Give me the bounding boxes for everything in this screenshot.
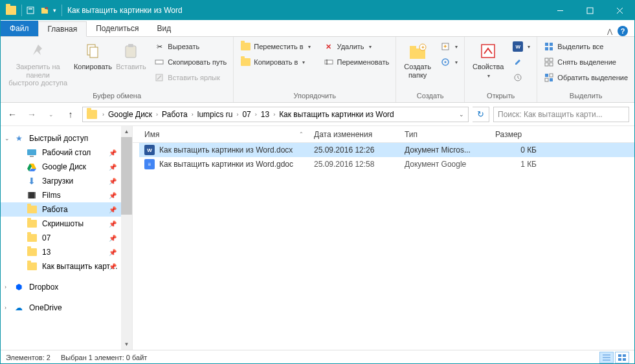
word-icon: W bbox=[513, 41, 523, 52]
history-icon bbox=[513, 72, 523, 83]
crumb-sep[interactable]: › bbox=[252, 111, 260, 118]
col-name[interactable]: Имя⌃ bbox=[139, 130, 309, 139]
tab-view[interactable]: Вид bbox=[148, 21, 180, 36]
qat-dropdown-icon[interactable]: ▾ bbox=[53, 7, 56, 14]
view-details-button[interactable] bbox=[599, 352, 614, 363]
crumb-sep[interactable]: › bbox=[234, 111, 241, 118]
svg-rect-33 bbox=[550, 63, 553, 66]
search-input[interactable] bbox=[498, 110, 625, 119]
view-thumbnails-button[interactable] bbox=[615, 352, 629, 363]
sidebar-quick-access[interactable]: ⌄ ★ Быстрый доступ bbox=[1, 131, 132, 145]
open-with-button[interactable]: W▾ bbox=[510, 39, 533, 54]
file-row[interactable]: ≡Как вытащить картинки из Word.gdoc 25.0… bbox=[139, 157, 634, 171]
copy-button[interactable]: Копировать bbox=[72, 39, 113, 72]
paste-shortcut-button[interactable]: Вставить ярлык bbox=[151, 70, 229, 85]
paste-button[interactable]: Вставить bbox=[115, 39, 148, 72]
crumb[interactable]: 07 bbox=[241, 110, 252, 119]
cut-button[interactable]: ✂Вырезать bbox=[151, 39, 229, 54]
expand-icon[interactable]: › bbox=[5, 305, 6, 311]
move-to-button[interactable]: Переместить в▾ bbox=[238, 39, 313, 54]
sidebar-item-img[interactable]: Как вытащить картинки📌 bbox=[1, 259, 132, 273]
sidebar-item-screenshots[interactable]: Скриншоты📌 bbox=[1, 217, 132, 231]
tab-file[interactable]: Файл bbox=[1, 21, 38, 36]
easy-access-button[interactable]: ▾ bbox=[438, 55, 460, 69]
column-headers: Имя⌃ Дата изменения Тип Размер bbox=[133, 126, 634, 143]
refresh-button[interactable]: ↻ bbox=[473, 107, 489, 122]
edit-button[interactable] bbox=[510, 55, 533, 69]
svg-rect-48 bbox=[618, 358, 621, 361]
history-button[interactable] bbox=[510, 70, 533, 85]
address-dropdown-icon[interactable]: ⌄ bbox=[459, 111, 464, 118]
sidebar-dropbox[interactable]: ›⬢Dropbox bbox=[1, 280, 132, 294]
crumb[interactable]: Работа bbox=[161, 110, 189, 119]
search-box[interactable] bbox=[493, 107, 629, 122]
expand-icon[interactable]: › bbox=[5, 284, 6, 290]
crumb-sep[interactable]: › bbox=[100, 111, 107, 118]
col-size[interactable]: Размер bbox=[490, 130, 542, 139]
tab-home[interactable]: Главная bbox=[38, 21, 87, 37]
sidebar-item-gdrive[interactable]: Google Диск📌 bbox=[1, 160, 132, 174]
group-clipboard: Закрепить на панели быстрого доступа Коп… bbox=[1, 37, 234, 102]
app-folder-icon bbox=[6, 6, 16, 15]
address-bar[interactable]: › Google Диск › Работа › lumpics ru › 07… bbox=[82, 107, 469, 122]
crumb[interactable]: lumpics ru bbox=[196, 110, 234, 119]
edit-icon bbox=[513, 57, 523, 67]
back-button[interactable]: ← bbox=[5, 107, 20, 122]
crumb-sep[interactable]: › bbox=[153, 111, 161, 118]
maximize-button[interactable] bbox=[575, 1, 605, 20]
svg-rect-26 bbox=[545, 43, 548, 46]
qat-new-folder-icon[interactable] bbox=[39, 5, 50, 16]
crumb[interactable]: Google Диск bbox=[107, 110, 153, 119]
sidebar-item-13[interactable]: 13📌 bbox=[1, 245, 132, 259]
qat-properties-icon[interactable] bbox=[25, 5, 36, 16]
close-button[interactable] bbox=[605, 1, 634, 20]
invert-icon bbox=[544, 72, 554, 83]
sidebar: ⌄ ★ Быстрый доступ Рабочий стол📌 Google … bbox=[1, 126, 133, 350]
select-none-button[interactable]: Снять выделение bbox=[541, 55, 630, 69]
minimize-button[interactable] bbox=[545, 1, 575, 20]
minimize-ribbon-icon[interactable]: ⋀ bbox=[607, 28, 612, 35]
crumb[interactable]: 13 bbox=[260, 110, 271, 119]
scroll-up-icon[interactable]: ▲ bbox=[121, 126, 132, 137]
file-row[interactable]: WКак вытащить картинки из Word.docx 25.0… bbox=[139, 143, 634, 157]
select-all-button[interactable]: Выделить все bbox=[541, 39, 630, 54]
sidebar-item-07[interactable]: 07📌 bbox=[1, 231, 132, 245]
col-type[interactable]: Тип bbox=[399, 130, 490, 139]
pin-icon bbox=[28, 41, 49, 61]
sidebar-item-work[interactable]: Работа📌 bbox=[1, 202, 132, 217]
col-date[interactable]: Дата изменения bbox=[309, 130, 399, 139]
crumb-sep[interactable]: › bbox=[189, 111, 196, 118]
sidebar-item-downloads[interactable]: ⬇Загрузки📌 bbox=[1, 174, 132, 188]
sidebar-onedrive[interactable]: ›☁OneDrive bbox=[1, 301, 132, 315]
quick-access-toolbar bbox=[25, 5, 50, 16]
scroll-down-icon[interactable]: ▼ bbox=[121, 339, 132, 350]
up-button[interactable]: ↑ bbox=[63, 107, 78, 122]
sidebar-scrollbar[interactable]: ▲ ▼ bbox=[121, 126, 132, 350]
group-select: Выделить все Снять выделение Обратить вы… bbox=[537, 37, 634, 102]
scroll-thumb[interactable] bbox=[121, 137, 132, 215]
gdoc-icon: ≡ bbox=[144, 159, 155, 169]
properties-button[interactable]: Свойства▾ bbox=[469, 39, 507, 80]
svg-rect-36 bbox=[545, 78, 548, 81]
delete-button[interactable]: ✕Удалить▾ bbox=[321, 39, 392, 54]
crumb-sep[interactable]: › bbox=[271, 111, 278, 118]
pin-icon: 📌 bbox=[109, 249, 117, 256]
svg-rect-3 bbox=[41, 8, 45, 9]
pin-to-quick-button[interactable]: Закрепить на панели быстрого доступа bbox=[5, 39, 71, 89]
invert-selection-button[interactable]: Обратить выделение bbox=[541, 70, 630, 85]
recent-dropdown[interactable]: ⌄ bbox=[43, 107, 59, 122]
sidebar-item-desktop[interactable]: Рабочий стол📌 bbox=[1, 145, 132, 160]
forward-button[interactable]: → bbox=[24, 107, 39, 122]
copy-path-button[interactable]: Скопировать путь bbox=[151, 55, 229, 69]
rename-button[interactable]: Переименовать bbox=[321, 55, 392, 69]
crumb[interactable]: Как вытащить картинки из Word bbox=[278, 110, 395, 119]
sidebar-item-films[interactable]: Films📌 bbox=[1, 188, 132, 202]
svg-text:✦: ✦ bbox=[421, 45, 425, 50]
pin-icon: 📌 bbox=[109, 220, 117, 228]
new-folder-button[interactable]: ✦ Создать папку bbox=[400, 39, 435, 80]
help-icon[interactable]: ? bbox=[618, 26, 628, 36]
expand-icon[interactable]: ⌄ bbox=[5, 135, 10, 142]
copy-to-button[interactable]: Копировать в▾ bbox=[238, 55, 313, 69]
tab-share[interactable]: Поделиться bbox=[87, 21, 148, 36]
new-item-button[interactable]: ✦▾ bbox=[438, 39, 460, 54]
